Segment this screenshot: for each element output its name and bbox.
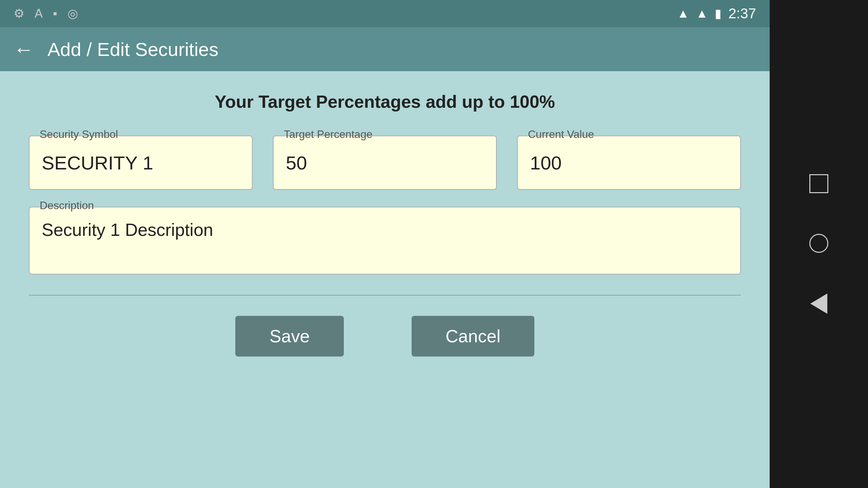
page-title: Add / Edit Securities — [47, 38, 218, 60]
save-button[interactable]: Save — [235, 316, 344, 357]
nav-square-button[interactable] — [809, 174, 828, 193]
font-icon: A — [35, 6, 43, 21]
security-symbol-input[interactable]: SECURITY 1 — [29, 136, 253, 190]
fields-row: Security Symbol SECURITY 1 Target Percen… — [29, 136, 741, 190]
battery-icon: ▮ — [715, 6, 722, 21]
nav-back-button[interactable] — [810, 293, 827, 314]
sd-icon: ▪ — [53, 6, 57, 21]
settings-icon: ⚙ — [14, 6, 24, 21]
security-symbol-label: Security Symbol — [37, 128, 121, 141]
security-symbol-wrapper: Security Symbol SECURITY 1 — [29, 136, 253, 190]
sync-icon: ◎ — [67, 6, 78, 21]
current-value-label: Current Value — [525, 128, 597, 141]
status-bar-left: ⚙ A ▪ ◎ — [14, 6, 78, 21]
target-percentage-input[interactable]: 50 — [273, 136, 497, 190]
time-display: 2:37 — [728, 5, 756, 22]
current-value-wrapper: Current Value 100 — [517, 136, 741, 190]
status-bar: ⚙ A ▪ ◎ ▲ ▲ ▮ 2:37 — [0, 0, 770, 27]
wifi-icon: ▲ — [677, 6, 689, 21]
signal-icon: ▲ — [696, 6, 708, 21]
content-area: Your Target Percentages add up to 100% S… — [0, 71, 770, 488]
back-button[interactable]: ← — [14, 38, 34, 61]
current-value-input[interactable]: 100 — [517, 136, 741, 190]
cancel-button[interactable]: Cancel — [412, 316, 534, 357]
summary-text: Your Target Percentages add up to 100% — [215, 92, 555, 112]
app-bar: ← Add / Edit Securities — [0, 27, 770, 71]
divider — [29, 295, 741, 296]
buttons-row: Save Cancel — [235, 316, 534, 357]
status-bar-right: ▲ ▲ ▮ 2:37 — [677, 5, 756, 22]
description-row: Description Security 1 Description — [29, 207, 741, 274]
description-input[interactable]: Security 1 Description — [29, 207, 741, 274]
nav-home-button[interactable] — [809, 234, 828, 253]
target-percentage-wrapper: Target Percentage 50 — [273, 136, 497, 190]
description-label: Description — [37, 199, 97, 212]
target-percentage-label: Target Percentage — [281, 128, 375, 141]
nav-panel — [770, 0, 868, 488]
description-wrapper: Description Security 1 Description — [29, 207, 741, 274]
